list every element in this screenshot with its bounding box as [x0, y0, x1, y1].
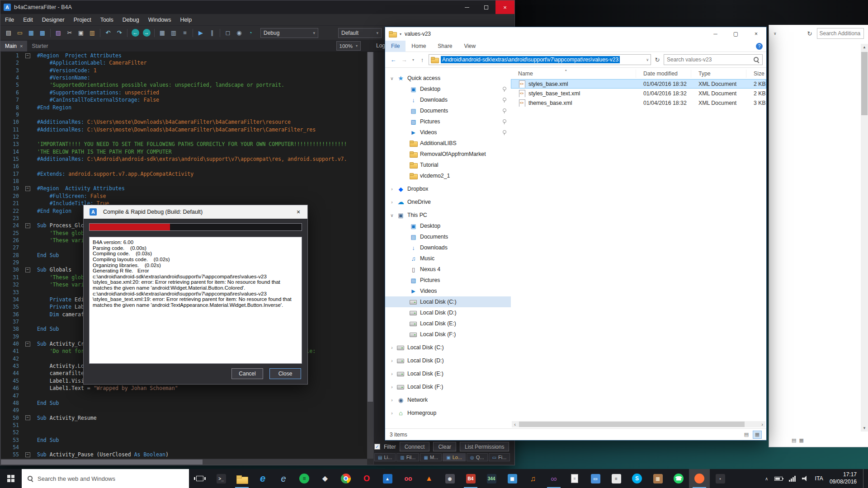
filter-checkbox[interactable]: ✓	[374, 444, 380, 450]
nav-item-local-disk-e[interactable]: Local Disk (E:)	[385, 318, 511, 329]
nav-item-tutorial[interactable]: Tutorial	[385, 160, 511, 170]
maximize-button[interactable]: ▢	[726, 27, 746, 41]
clear-button[interactable]: Clear	[433, 442, 456, 451]
background-vertical-scrollbar[interactable]: ▲ ▼	[861, 44, 868, 432]
tab-starter[interactable]: Starter	[27, 41, 52, 52]
line-number[interactable]: 6	[1, 89, 24, 96]
line-number[interactable]: 5	[1, 81, 24, 89]
ide-title-bar[interactable]: A b4aCameraFilter - B4A ×	[0, 0, 514, 14]
line-number[interactable]: 19	[1, 185, 24, 192]
logs-tab-fi[interactable]: ▭Fi...	[489, 453, 510, 461]
scroll-down-icon[interactable]: ▼	[861, 425, 868, 432]
taskbar-skype-button[interactable]: S	[627, 469, 647, 488]
fold-marker[interactable]	[24, 266, 32, 273]
menu-item-help[interactable]: Help	[175, 14, 196, 26]
designer-button[interactable]: ▨	[53, 28, 64, 38]
line-number[interactable]: 34	[1, 296, 24, 303]
line-number[interactable]: 23	[1, 215, 24, 222]
layout-columns-button[interactable]: ▥	[168, 28, 179, 38]
close-dialog-button[interactable]: Close	[269, 368, 301, 379]
logs-tab-m[interactable]: ▦M...	[420, 453, 442, 461]
column-header-type[interactable]: Type	[691, 70, 746, 78]
redo-button[interactable]: ↷	[114, 28, 125, 38]
line-number[interactable]: 12	[1, 133, 24, 141]
back-button[interactable]: ←	[389, 56, 398, 63]
taskbar-photos-button[interactable]: ▲	[377, 469, 398, 488]
line-number[interactable]: 28	[1, 252, 24, 259]
ribbon-tab-share[interactable]: Share	[432, 41, 458, 52]
menu-item-windows[interactable]: Windows	[144, 14, 176, 26]
taskbar-diamond-tool-button[interactable]: ◆	[315, 469, 335, 488]
expander-icon[interactable]: ∨	[390, 76, 394, 81]
line-number[interactable]: 50	[1, 414, 24, 422]
expander-icon[interactable]: ›	[390, 345, 394, 350]
taskbar-gallery-app-button[interactable]: ▦	[502, 469, 523, 488]
taskbar-red-rings-button[interactable]: oo	[398, 469, 419, 488]
line-number[interactable]: 45	[1, 377, 24, 385]
menu-item-project[interactable]: Project	[69, 14, 96, 26]
taskbar-camera-app-button[interactable]: ◉	[439, 469, 460, 488]
nav-item-nexus-4[interactable]: Nexus 4	[385, 264, 511, 275]
taskbar-flame-app-button[interactable]: ▲	[419, 469, 439, 488]
minimize-button[interactable]: ─	[705, 27, 726, 41]
files-horizontal-scrollbar[interactable]: ‹ ›	[512, 421, 765, 427]
scrollbar-thumb[interactable]	[861, 52, 868, 115]
save-all-button[interactable]: ▩	[37, 28, 48, 38]
column-header-name[interactable]: Name	[511, 70, 636, 78]
taskbar-file-explorer-button[interactable]	[231, 469, 252, 488]
background-search-box[interactable]	[817, 28, 864, 39]
line-number[interactable]: 39	[1, 333, 24, 340]
cancel-button[interactable]: Cancel	[231, 368, 263, 379]
nav-item-dropbox[interactable]: ›Dropbox	[385, 183, 511, 194]
help-icon[interactable]: ?	[756, 43, 763, 50]
clock[interactable]: 17:17 09/08/2016	[830, 471, 857, 485]
taskbar-media-app-button[interactable]: ▪	[710, 469, 731, 488]
line-number[interactable]: 17	[1, 170, 24, 178]
nav-item-pictures[interactable]: Pictures	[385, 116, 511, 127]
taskbar-groove-music-button[interactable]: ♫	[523, 469, 543, 488]
nav-item-local-disk-e[interactable]: ›Local Disk (E:)	[385, 368, 511, 379]
nav-item-local-disk-c[interactable]: Local Disk (C:)	[385, 296, 511, 307]
line-number[interactable]: 40	[1, 340, 24, 347]
ribbon-tab-view[interactable]: View	[458, 41, 481, 52]
details-view-icon[interactable]: ▦	[799, 437, 803, 443]
line-number[interactable]: 4	[1, 74, 24, 81]
explorer-title-bar[interactable]: ▾ values-v23 ─ ▢ ×	[385, 27, 766, 41]
expander-icon[interactable]: ›	[390, 385, 394, 389]
line-number[interactable]: 14	[1, 148, 24, 155]
taskbar-chrome-button[interactable]	[335, 469, 356, 488]
taskbar-opera-button[interactable]: O	[356, 469, 377, 488]
line-number[interactable]: 11	[1, 126, 24, 133]
quick-access-toolbar-chevron-icon[interactable]: ▾	[400, 32, 401, 36]
file-row[interactable]: styles_base.xml01/04/2016 18:32XML Docum…	[511, 79, 766, 89]
expander-icon[interactable]: ›	[390, 187, 394, 192]
column-header-date-modified[interactable]: Date modified	[636, 70, 691, 78]
forward-button[interactable]: →	[400, 56, 409, 63]
nav-item-local-disk-f[interactable]: ›Local Disk (F:)	[385, 381, 511, 392]
fold-marker[interactable]	[24, 414, 32, 422]
zoom-select[interactable]: 100% ▾	[336, 41, 361, 51]
editor-vertical-scrollbar[interactable]	[367, 52, 373, 459]
taskbar-edge-button[interactable]: e	[252, 469, 273, 488]
chevron-down-icon[interactable]: ∨	[774, 31, 777, 36]
line-number[interactable]: 49	[1, 407, 24, 414]
battery-icon[interactable]	[774, 477, 783, 481]
close-button[interactable]: ×	[746, 27, 766, 41]
line-number[interactable]: 25	[1, 230, 24, 237]
refresh-icon[interactable]: ↻	[653, 56, 662, 63]
scrollbar-thumb[interactable]	[519, 422, 745, 427]
ribbon-tab-file[interactable]: File	[385, 41, 406, 52]
line-number[interactable]: 36	[1, 311, 24, 318]
nav-item-quick-access[interactable]: ∨Quick access	[385, 73, 511, 84]
taskbar-firefox-button[interactable]	[689, 469, 710, 488]
menu-item-file[interactable]: File	[0, 14, 19, 26]
menu-item-debug[interactable]: Debug	[118, 14, 144, 26]
language-indicator[interactable]: ITA	[815, 475, 823, 482]
details-view-button[interactable]: ▦	[753, 431, 762, 439]
line-number[interactable]: 32	[1, 281, 24, 288]
layout-grid-button[interactable]: ▦	[157, 28, 168, 38]
up-button[interactable]: ↑	[418, 56, 427, 63]
scroll-left-icon[interactable]: ‹	[512, 421, 518, 427]
line-number[interactable]: 27	[1, 244, 24, 251]
line-number[interactable]: 46	[1, 385, 24, 392]
